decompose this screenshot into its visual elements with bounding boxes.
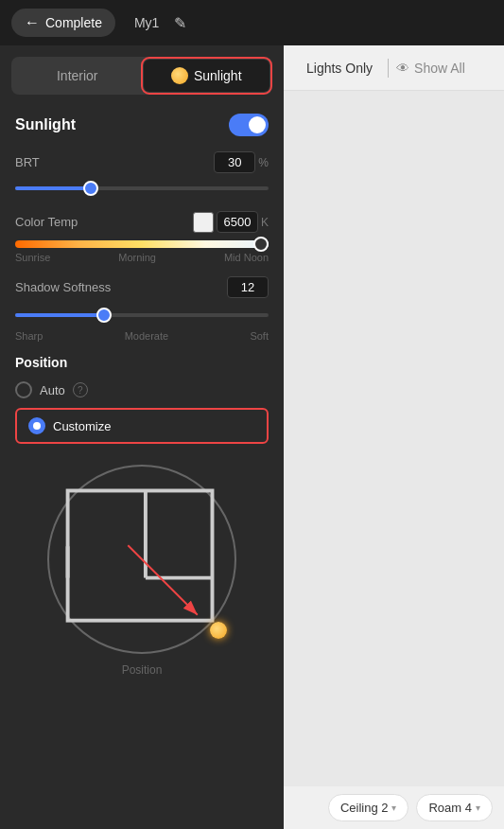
color-swatch[interactable] <box>193 212 214 233</box>
shadow-slider[interactable] <box>15 306 269 325</box>
back-button[interactable]: ← Complete <box>11 9 115 37</box>
ceiling-chevron-icon: ▾ <box>391 803 396 813</box>
shadow-label-soft: Soft <box>250 330 269 342</box>
color-temp-unit: K <box>261 216 269 229</box>
shadow-softness-label: Shadow Softness <box>15 280 111 294</box>
auto-label: Auto <box>40 383 65 397</box>
position-diagram <box>15 455 269 663</box>
temp-label-midnoon: Mid Noon <box>224 252 269 263</box>
right-topbar: Lights Only 👁 Show All <box>284 45 504 91</box>
sunlight-header-row: Sunlight <box>15 114 269 136</box>
color-temp-label: Color Temp <box>15 215 78 229</box>
roam-chevron-icon: ▾ <box>476 803 480 813</box>
position-title: Position <box>15 355 269 370</box>
tab-interior[interactable]: Interior <box>14 60 141 92</box>
help-icon[interactable]: ? <box>73 382 88 397</box>
tab-sunlight[interactable]: Sunlight <box>144 60 270 92</box>
sunlight-toggle[interactable] <box>229 114 269 136</box>
brt-label: BRT <box>15 155 40 169</box>
shadow-label-moderate: Moderate <box>125 330 168 342</box>
auto-radio[interactable] <box>15 381 32 398</box>
position-footer: Position <box>15 663 269 688</box>
position-section: Position Auto ? Customize <box>15 355 269 688</box>
show-all-button[interactable]: 👁 Show All <box>396 61 465 76</box>
color-temp-thumb[interactable] <box>253 237 269 252</box>
position-customize-row[interactable]: Customize <box>15 408 269 444</box>
sunlight-label: Sunlight <box>15 116 76 133</box>
brt-value-box: % <box>214 151 269 173</box>
vertical-divider <box>388 59 389 78</box>
color-temp-slider[interactable] <box>15 240 269 248</box>
brt-section: BRT % <box>15 151 269 198</box>
color-temp-section: Color Temp K Sunrise Morning Mid Noon <box>15 211 269 263</box>
main-content: Interior Sunlight Sunlight BRT % <box>0 45 504 829</box>
left-panel: Interior Sunlight Sunlight BRT % <box>0 45 284 829</box>
back-label: Complete <box>45 15 102 30</box>
brt-unit: % <box>258 156 269 169</box>
roam-tab-label: Roam 4 <box>428 801 472 815</box>
shadow-label-sharp: Sharp <box>15 330 43 342</box>
sun-position-dot[interactable] <box>210 622 227 639</box>
temp-label-sunrise: Sunrise <box>15 252 50 263</box>
right-panel: Lights Only 👁 Show All Ceiling 2 ▾ Roam … <box>284 45 504 829</box>
back-arrow-icon: ← <box>25 14 40 31</box>
floor-plan-svg <box>49 467 235 652</box>
lights-only-button[interactable]: Lights Only <box>299 57 380 79</box>
tab-switcher: Interior Sunlight <box>11 57 272 95</box>
topbar-title: My1 <box>134 15 159 30</box>
diagram-circle <box>47 465 236 654</box>
bottom-tabs: Ceiling 2 ▾ Roam 4 ▾ <box>284 786 504 829</box>
temp-label-morning: Morning <box>118 252 156 263</box>
color-temp-input[interactable] <box>217 211 258 233</box>
customize-label: Customize <box>53 419 111 433</box>
ceiling-tab[interactable]: Ceiling 2 ▾ <box>328 794 409 821</box>
ceiling-tab-label: Ceiling 2 <box>340 801 389 815</box>
topbar: ← Complete My1 ✎ <box>0 0 504 45</box>
svg-rect-0 <box>68 490 213 620</box>
eye-icon: 👁 <box>396 61 409 76</box>
sun-tab-icon <box>171 67 188 84</box>
edit-icon[interactable]: ✎ <box>174 14 186 32</box>
customize-radio[interactable] <box>28 417 45 434</box>
position-auto-row[interactable]: Auto ? <box>15 381 269 398</box>
brt-input[interactable] <box>214 151 255 173</box>
panel-content: Sunlight BRT % <box>0 102 284 709</box>
shadow-softness-section: Shadow Softness Sharp Moderate Soft <box>15 276 269 342</box>
shadow-softness-input[interactable] <box>227 276 269 298</box>
shadow-thumb[interactable] <box>96 308 112 323</box>
roam-tab[interactable]: Roam 4 ▾ <box>416 794 493 821</box>
brt-slider[interactable] <box>15 179 269 198</box>
viewport-area[interactable] <box>284 91 504 786</box>
